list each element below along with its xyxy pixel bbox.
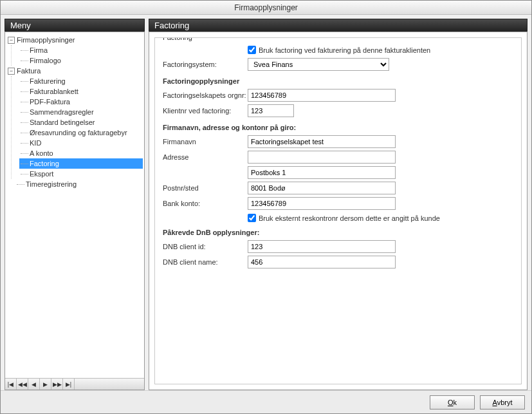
tree-item-fakturablankett[interactable]: Fakturablankett <box>19 86 143 97</box>
tree-connector <box>21 153 28 154</box>
tree-connector <box>21 164 28 164</box>
orgnr-label: Factoringselskapets orgnr: <box>163 91 248 99</box>
sidebar-header: Meny <box>5 19 145 32</box>
tree-label: Firmalogo <box>30 57 61 64</box>
tree-label: Øresavrunding og fakturagebyr <box>30 129 127 136</box>
tree-label: Fakturering <box>30 77 66 85</box>
factoring-group: Factoring Bruk factoring ved fakturering… <box>154 37 522 384</box>
factoringsystem-label: Factoringsystem: <box>163 61 248 68</box>
factoringsystem-select[interactable]: Svea Finans <box>248 58 389 71</box>
tree-connector <box>21 50 28 51</box>
section-dnb-title: Påkrevde DnB opplysninger: <box>163 229 513 236</box>
nav-next-button[interactable]: ▶ <box>40 379 51 390</box>
nav-next-page-button[interactable]: ▶▶ <box>51 379 63 390</box>
tree-item-firma[interactable]: Firma <box>19 45 143 55</box>
tree-item-factoring[interactable]: Factoring <box>19 158 143 169</box>
tree-connector <box>21 122 28 123</box>
tree-item-akonto[interactable]: A konto <box>19 148 143 158</box>
tree-label: Factoring <box>30 160 59 167</box>
tree-item-sammendragsregler[interactable]: Sammendragsregler <box>19 107 143 117</box>
tree-label: Firma <box>30 46 48 54</box>
tree-item-standard-betingelser[interactable]: Standard betingelser <box>19 117 143 127</box>
tree-node-firmaopplysninger: − Firmaopplysninger Firma Firmalogo <box>6 35 143 66</box>
adresse1-input[interactable] <box>248 151 396 164</box>
tree: − Firmaopplysninger Firma Firmalogo <box>5 32 144 378</box>
klientnr-label: Klientnr ved factoring: <box>163 107 248 115</box>
klientnr-input[interactable] <box>248 104 294 117</box>
window-titlebar: Firmaopplysninger <box>1 1 531 15</box>
nav-last-button[interactable]: ▶| <box>63 379 75 390</box>
dnb-name-input[interactable] <box>248 256 396 268</box>
use-factoring-label: Bruk factoring ved fakturering på denne … <box>259 46 430 54</box>
tree-label: A konto <box>30 149 53 157</box>
postnr-input[interactable] <box>248 182 396 194</box>
ext-reskontro-checkbox[interactable] <box>248 214 256 222</box>
use-factoring-checkbox[interactable] <box>248 46 256 54</box>
tree-label: Standard betingelser <box>30 118 95 126</box>
dnb-name-label: DNB client name: <box>163 258 248 266</box>
expand-icon[interactable]: − <box>8 68 15 75</box>
content-header: Factoring <box>149 19 527 32</box>
tree-connector <box>21 91 28 92</box>
tree-item-timeregistrering[interactable]: Timeregistrering <box>6 179 143 189</box>
content-body: Factoring Bruk factoring ved fakturering… <box>149 32 527 390</box>
dnb-id-input[interactable] <box>248 240 396 253</box>
tree-item-oresavrunding[interactable]: Øresavrunding og fakturagebyr <box>19 127 143 138</box>
ok-button[interactable]: Ok <box>430 395 475 409</box>
bank-input[interactable] <box>248 197 396 210</box>
tree-item-pdf-faktura[interactable]: PDF-Faktura <box>19 97 143 107</box>
section-firm-title: Firmanavn, adresse og kontonr på giro: <box>163 124 513 131</box>
tree-item-firmalogo[interactable]: Firmalogo <box>19 55 143 66</box>
tree-item-firmaopplysninger[interactable]: − Firmaopplysninger <box>6 35 143 45</box>
main-area: Meny − Firmaopplysninger Firma <box>1 15 531 390</box>
adresse-label: Adresse <box>163 153 248 161</box>
firmanavn-input[interactable] <box>248 135 396 148</box>
window: Firmaopplysninger Meny − Firmaopplysning… <box>0 0 532 414</box>
tree-label: KID <box>30 139 41 147</box>
nav-prev-page-button[interactable]: ◀◀ <box>17 379 28 390</box>
tree-connector <box>21 102 28 102</box>
use-factoring-row: Bruk factoring ved fakturering på denne … <box>248 46 513 54</box>
tree-label: PDF-Faktura <box>30 98 70 106</box>
tree-label: Firmaopplysninger <box>17 36 75 44</box>
bank-label: Bank konto: <box>163 200 248 207</box>
tree-connector <box>21 61 28 61</box>
tree-label: Faktura <box>17 67 41 75</box>
tree-connector <box>21 174 28 174</box>
adresse2-input[interactable] <box>248 166 396 179</box>
tree-connector <box>21 143 28 144</box>
nav-first-button[interactable]: |◀ <box>5 379 17 390</box>
tree-connector <box>21 81 28 82</box>
sidebar-panel: Meny − Firmaopplysninger Firma <box>5 19 145 390</box>
cancel-button[interactable]: Avbryt <box>480 395 525 409</box>
postnr-label: Postnr/sted <box>163 184 248 192</box>
dnb-id-label: DNB client id: <box>163 243 248 250</box>
tree-item-fakturering[interactable]: Fakturering <box>19 76 143 86</box>
orgnr-input[interactable] <box>248 89 396 102</box>
firmanavn-label: Firmanavn <box>163 138 248 146</box>
nav-prev-button[interactable]: ◀ <box>28 379 40 390</box>
tree-connector <box>21 112 28 113</box>
ext-reskontro-label: Bruk eksternt reskontronr dersom dette e… <box>259 214 440 222</box>
expand-icon[interactable]: − <box>8 37 15 44</box>
footer: Ok Avbryt <box>1 390 531 413</box>
section-details-title: Factoringopplysninger <box>163 77 513 85</box>
tree-spacer <box>8 181 15 188</box>
tree-node-faktura: − Faktura Fakturering Fakturablankett PD… <box>6 66 143 179</box>
tree-label: Sammendragsregler <box>30 108 94 116</box>
ext-reskontro-row: Bruk eksternt reskontronr dersom dette e… <box>248 214 513 222</box>
tree-item-eksport[interactable]: Eksport <box>19 169 143 179</box>
tree-label: Fakturablankett <box>30 88 78 95</box>
tree-connector <box>21 133 28 133</box>
group-title: Factoring <box>160 37 195 41</box>
content-panel: Factoring Factoring Bruk factoring ved f… <box>149 19 527 390</box>
tree-label: Timeregistrering <box>26 180 77 188</box>
window-title: Firmaopplysninger <box>234 3 298 12</box>
tree-label: Eksport <box>30 170 53 178</box>
record-nav-bar: |◀ ◀◀ ◀ ▶ ▶▶ ▶| <box>5 378 144 390</box>
tree-connector <box>17 184 24 185</box>
sidebar-body: − Firmaopplysninger Firma Firmalogo <box>5 32 145 390</box>
tree-item-kid[interactable]: KID <box>19 138 143 148</box>
tree-item-faktura[interactable]: − Faktura <box>6 66 143 76</box>
